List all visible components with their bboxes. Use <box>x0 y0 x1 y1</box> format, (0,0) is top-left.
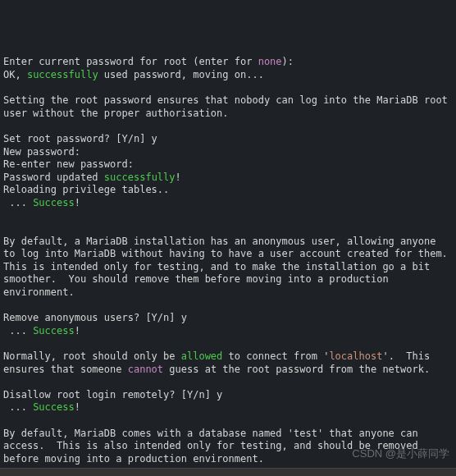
terminal-text: ): <box>282 56 294 67</box>
terminal-text: ! <box>75 325 80 336</box>
terminal-text: Success <box>33 401 75 413</box>
terminal-text: ! <box>75 197 80 208</box>
terminal-line <box>3 376 453 389</box>
terminal-text: Setting the root password ensures that n… <box>3 94 454 119</box>
terminal-text: By default, a MariaDB installation has a… <box>3 236 456 298</box>
terminal-text: to connect from ' <box>222 350 329 362</box>
terminal-line <box>3 82 453 95</box>
terminal-text: guess at the root password from the netw… <box>163 364 430 375</box>
terminal-text: Password updated <box>3 172 104 183</box>
terminal-line <box>3 120 453 133</box>
terminal-line: OK, successfully used password, moving o… <box>3 69 453 82</box>
terminal-line <box>3 222 453 236</box>
terminal-text: successfully <box>104 172 176 183</box>
terminal-line: Normally, root should only be allowed to… <box>3 350 453 376</box>
terminal-line: ... Success! <box>3 401 453 414</box>
terminal-line: Reloading privilege tables.. <box>3 184 453 197</box>
terminal-text: ! <box>176 172 181 183</box>
terminal-line: Enter current password for root (enter f… <box>3 56 453 69</box>
terminal-text: Remove anonymous users? [Y/n] y <box>3 312 187 323</box>
bottom-bar <box>0 468 456 476</box>
terminal-text: successfully <box>27 69 98 80</box>
terminal-line: By default, a MariaDB installation has a… <box>3 236 453 300</box>
terminal-text: Success <box>33 197 75 208</box>
terminal-line: New password: <box>3 146 453 159</box>
terminal-text: ... <box>3 325 33 336</box>
terminal-text: Success <box>33 325 75 336</box>
terminal-text: Enter current password for root (enter f… <box>3 56 258 67</box>
terminal-text: used password, moving on... <box>98 69 264 80</box>
terminal-line: Remove anonymous users? [Y/n] y <box>3 312 453 325</box>
terminal-line: ... Success! <box>3 197 453 210</box>
terminal-text: Set root password? [Y/n] y <box>3 133 157 144</box>
terminal-output[interactable]: Enter current password for root (enter f… <box>3 56 453 476</box>
terminal-text: Disallow root login remotely? [Y/n] y <box>3 389 222 400</box>
terminal-text: ! <box>75 401 80 413</box>
terminal-text: ... <box>3 197 33 208</box>
terminal-text: Re-enter new password: <box>3 158 134 170</box>
terminal-text: Reloading privilege tables.. <box>3 184 169 195</box>
terminal-text: allowed <box>181 350 223 362</box>
terminal-text: New password: <box>3 146 80 158</box>
terminal-text: none <box>258 56 282 67</box>
terminal-line: Set root password? [Y/n] y <box>3 133 453 146</box>
terminal-line: Re-enter new password: <box>3 158 453 172</box>
terminal-line: Password updated successfully! <box>3 172 453 185</box>
terminal-line <box>3 414 453 428</box>
terminal-text: cannot <box>128 364 163 375</box>
terminal-line: Disallow root login remotely? [Y/n] y <box>3 389 453 402</box>
terminal-line: Setting the root password ensures that n… <box>3 94 453 120</box>
watermark: CSDN @是小薛同学 <box>352 447 449 461</box>
terminal-text: OK, <box>3 69 27 80</box>
terminal-line: ... Success! <box>3 325 453 338</box>
terminal-text: localhost <box>329 350 382 362</box>
terminal-line <box>3 210 453 223</box>
terminal-text: Normally, root should only be <box>3 350 181 362</box>
terminal-line <box>3 337 453 350</box>
terminal-text: ... <box>3 401 33 413</box>
terminal-line <box>3 300 453 313</box>
